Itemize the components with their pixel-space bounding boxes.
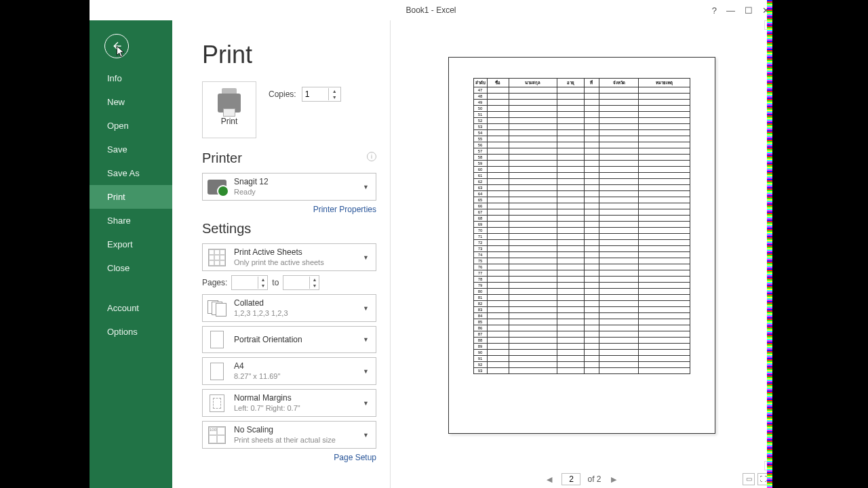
- preview-cell: [509, 106, 557, 112]
- next-page-button[interactable]: ▶: [608, 474, 619, 485]
- preview-cell: [584, 87, 599, 94]
- preview-cell: [509, 173, 557, 179]
- margins-icon: [210, 394, 224, 412]
- sidebar-item-account[interactable]: Account: [90, 296, 172, 320]
- preview-cell: [557, 155, 584, 161]
- preview-cell: [509, 338, 557, 344]
- preview-cell: [599, 252, 639, 258]
- sidebar-item-save[interactable]: Save: [90, 138, 172, 161]
- preview-cell: [487, 167, 509, 173]
- prev-page-button[interactable]: ◀: [544, 474, 555, 485]
- margins-sub: Left: 0.7" Right: 0.7": [234, 403, 353, 413]
- back-button[interactable]: [104, 34, 129, 58]
- preview-cell: [509, 94, 557, 100]
- copies-input[interactable]: [302, 89, 328, 99]
- preview-cell: [509, 191, 557, 197]
- pages-from-input[interactable]: [232, 278, 258, 287]
- preview-cell: [639, 325, 690, 331]
- preview-cell: [599, 362, 639, 368]
- sidebar-item-print[interactable]: Print: [90, 185, 172, 209]
- current-page-input[interactable]: [561, 473, 580, 485]
- scaling-dropdown[interactable]: 100 No Scaling Print sheets at their act…: [202, 421, 376, 449]
- pages-to-spinner[interactable]: ▲▼: [283, 275, 319, 290]
- preview-cell: [557, 246, 584, 252]
- preview-cell: [584, 197, 599, 203]
- sidebar-item-export[interactable]: Export: [90, 232, 172, 256]
- preview-cell: [487, 319, 509, 325]
- preview-cell: [639, 94, 690, 100]
- pages-to-input[interactable]: [283, 278, 309, 287]
- preview-cell: [557, 148, 584, 155]
- preview-cell: [509, 179, 557, 185]
- preview-cell: [639, 313, 690, 319]
- preview-cell: [599, 270, 639, 277]
- print-what-dropdown[interactable]: Print Active Sheets Only print the activ…: [202, 243, 376, 271]
- preview-rownum-cell: 55: [473, 136, 487, 142]
- preview-rownum-cell: 68: [473, 216, 487, 222]
- preview-cell: [557, 161, 584, 167]
- preview-cell: [639, 118, 690, 124]
- preview-cell: [639, 148, 690, 155]
- chevron-down-icon: ▼: [360, 368, 372, 375]
- print-button-label: Print: [221, 117, 238, 126]
- copies-spinner[interactable]: ▲▼: [302, 87, 341, 102]
- minimize-icon[interactable]: —: [726, 5, 735, 16]
- spinner-arrows[interactable]: ▲▼: [328, 88, 340, 100]
- preview-cell: [599, 106, 639, 112]
- preview-cell: [599, 313, 639, 319]
- sidebar-item-open[interactable]: Open: [90, 114, 172, 138]
- zoom-to-page-button[interactable]: ▭: [743, 473, 755, 485]
- paper-size-dropdown[interactable]: A4 8.27" x 11.69" ▼: [202, 357, 376, 385]
- sidebar-item-save-as[interactable]: Save As: [90, 161, 172, 185]
- preview-cell: [639, 106, 690, 112]
- margins-dropdown[interactable]: Normal Margins Left: 0.7" Right: 0.7" ▼: [202, 389, 376, 417]
- preview-rownum-cell: 78: [473, 277, 487, 283]
- preview-cell: [639, 240, 690, 246]
- chevron-down-icon: ▼: [360, 184, 372, 190]
- print-what-sub: Only print the active sheets: [234, 258, 353, 268]
- preview-cell: [584, 246, 599, 252]
- preview-cell: [557, 142, 584, 148]
- preview-cell: [599, 161, 639, 167]
- collation-dropdown[interactable]: Collated 1,2,3 1,2,3 1,2,3 ▼: [202, 294, 376, 322]
- print-button[interactable]: Print: [202, 81, 256, 138]
- scaling-icon: 100: [208, 426, 226, 444]
- preview-cell: [639, 331, 690, 338]
- preview-cell: [639, 142, 690, 148]
- help-icon[interactable]: ?: [712, 5, 717, 16]
- preview-cell: [509, 368, 557, 374]
- preview-cell: [599, 295, 639, 301]
- pages-from-spinner[interactable]: ▲▼: [231, 275, 268, 290]
- paper-title: A4: [234, 361, 353, 371]
- printer-info-icon[interactable]: i: [367, 152, 376, 161]
- sidebar-item-share[interactable]: Share: [90, 209, 172, 232]
- printer-dropdown[interactable]: Snagit 12 Ready ▼: [202, 173, 376, 201]
- page-title: Print: [202, 41, 376, 69]
- page-setup-link[interactable]: Page Setup: [202, 453, 376, 462]
- preview-cell: [599, 301, 639, 307]
- preview-cell: [509, 331, 557, 338]
- sidebar-item-close[interactable]: Close: [90, 256, 172, 280]
- preview-rownum-cell: 75: [473, 258, 487, 264]
- preview-cell: [557, 307, 584, 313]
- orientation-dropdown[interactable]: Portrait Orientation ▼: [202, 326, 376, 353]
- preview-cell: [584, 258, 599, 264]
- pages-label: Pages:: [202, 278, 227, 287]
- preview-cell: [584, 155, 599, 161]
- preview-cell: [487, 136, 509, 142]
- preview-cell: [557, 124, 584, 130]
- sidebar-item-options[interactable]: Options: [90, 320, 172, 344]
- preview-cell: [639, 167, 690, 173]
- preview-cell: [584, 270, 599, 277]
- preview-rownum-cell: 72: [473, 240, 487, 246]
- maximize-icon[interactable]: ☐: [745, 5, 753, 16]
- printer-properties-link[interactable]: Printer Properties: [202, 205, 376, 214]
- preview-cell: [487, 325, 509, 331]
- sidebar-item-new[interactable]: New: [90, 90, 172, 114]
- preview-cell: [639, 124, 690, 130]
- preview-area: ลำดับชื่อนามสกุลอายุที่จังหวัดหมายเหตุ 4…: [391, 20, 772, 470]
- sidebar-item-info[interactable]: Info: [90, 66, 172, 90]
- preview-cell: [487, 203, 509, 209]
- preview-cell: [557, 350, 584, 356]
- preview-rownum-cell: 58: [473, 155, 487, 161]
